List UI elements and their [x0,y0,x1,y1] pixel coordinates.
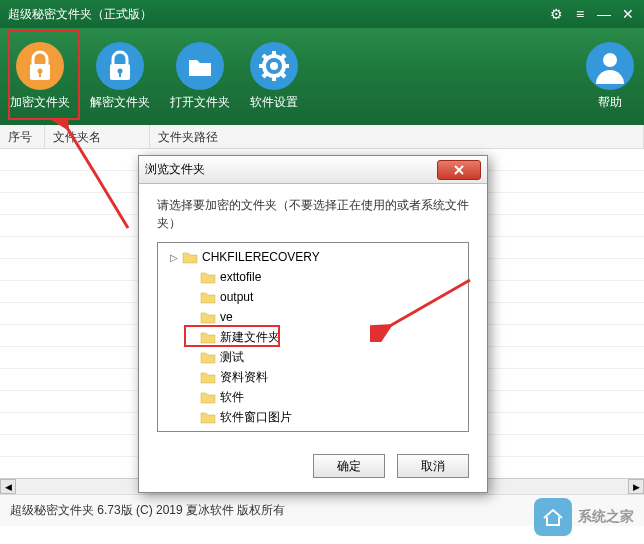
svg-rect-3 [39,72,41,77]
tree-label: exttofile [220,270,261,284]
tree-label: 新建文件夹 [220,329,280,346]
dialog-close-button[interactable] [437,160,481,180]
tree-label: ve [220,310,233,324]
folder-open-icon [176,42,224,90]
tree-label: 软件窗口图片 [220,409,292,426]
tool-label: 加密文件夹 [10,94,70,111]
col-folderpath[interactable]: 文件夹路径 [150,125,644,148]
lock-icon [16,42,64,90]
svg-line-17 [281,55,285,59]
user-icon [586,42,634,90]
menu-icon[interactable]: ≡ [572,6,588,22]
open-folder-button[interactable]: 打开文件夹 [170,42,230,111]
scroll-left-icon[interactable]: ◀ [0,479,16,494]
col-foldername[interactable]: 文件夹名 [45,125,150,148]
col-number[interactable]: 序号 [0,125,45,148]
tree-item[interactable]: ▷CHKFILERECOVERY [158,247,468,267]
folder-tree[interactable]: ▷CHKFILERECOVERYexttofileoutputve新建文件夹测试… [157,242,469,432]
tool-label: 软件设置 [250,94,298,111]
browse-folder-dialog: 浏览文件夹 请选择要加密的文件夹（不要选择正在使用的或者系统文件夹） ▷CHKF… [138,155,488,493]
svg-point-21 [603,53,617,67]
settings-icon[interactable]: ⚙ [548,6,564,22]
tree-label: 资料资料 [220,369,268,386]
svg-line-15 [263,55,267,59]
tool-label: 解密文件夹 [90,94,150,111]
tree-item[interactable]: 资料资料 [158,367,468,387]
tree-item[interactable]: 软件窗口图片 [158,407,468,427]
tree-label: CHKFILERECOVERY [202,250,320,264]
close-button[interactable]: ✕ [620,6,636,22]
watermark: 系统之家 [534,498,634,536]
unlock-icon [96,42,144,90]
svg-line-18 [263,73,267,77]
column-headers: 序号 文件夹名 文件夹路径 [0,125,644,149]
watermark-text: 系统之家 [578,508,634,526]
decrypt-folder-button[interactable]: 解密文件夹 [90,42,150,111]
tree-item[interactable]: 新建文件夹 [158,327,468,347]
tree-item[interactable]: 测试 [158,347,468,367]
minimize-button[interactable]: — [596,6,612,22]
tree-label: 软件 [220,389,244,406]
tree-item[interactable]: 软件 [158,387,468,407]
tree-item[interactable]: exttofile [158,267,468,287]
tree-item[interactable]: ve [158,307,468,327]
tree-label: output [220,290,253,304]
tool-label: 打开文件夹 [170,94,230,111]
watermark-logo-icon [534,498,572,536]
status-text: 超级秘密文件夹 6.73版 (C) 2019 夏冰软件 版权所有 [10,502,285,519]
encrypt-folder-button[interactable]: 加密文件夹 [10,42,70,111]
help-button[interactable]: 帮助 [586,42,634,111]
dialog-message: 请选择要加密的文件夹（不要选择正在使用的或者系统文件夹） [157,196,469,232]
software-settings-button[interactable]: 软件设置 [250,42,298,111]
scroll-right-icon[interactable]: ▶ [628,479,644,494]
dialog-title: 浏览文件夹 [145,161,437,178]
svg-line-16 [281,73,285,77]
svg-point-19 [270,62,278,70]
tree-label: 测试 [220,349,244,366]
svg-rect-7 [119,72,121,77]
window-title: 超级秘密文件夹（正式版） [8,6,548,23]
ok-button[interactable]: 确定 [313,454,385,478]
expand-icon[interactable]: ▷ [168,252,180,263]
tool-label: 帮助 [598,94,622,111]
tree-item[interactable]: output [158,287,468,307]
gear-icon [250,42,298,90]
cancel-button[interactable]: 取消 [397,454,469,478]
